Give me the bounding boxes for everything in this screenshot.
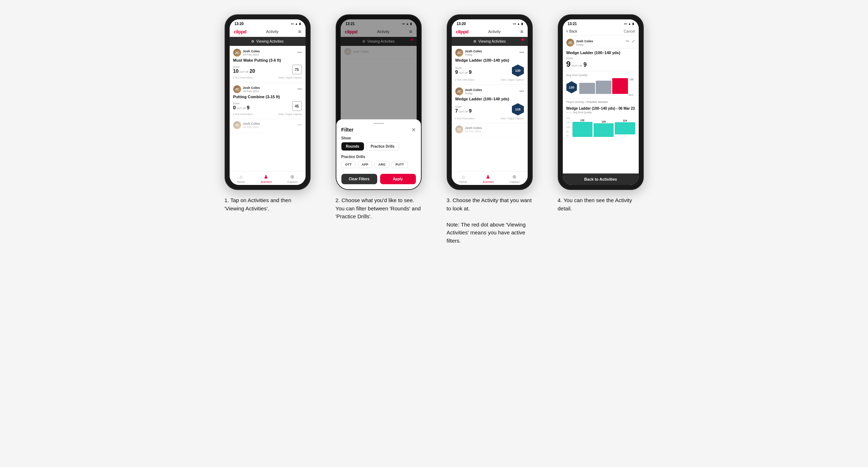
expand-icon-4[interactable]: ⤢ bbox=[632, 39, 635, 44]
drill-pill-ott[interactable]: OTT bbox=[341, 161, 356, 168]
bottom-nav-3: ⌂ Home ♟ Activities ⊕ Capture bbox=[452, 171, 528, 185]
pill-rounds[interactable]: Rounds bbox=[341, 142, 364, 151]
back-button-4[interactable]: < Back bbox=[566, 29, 577, 33]
phone-2-col: 13:21 ▪▪▪ ▲ ▮ clippd Activity ≡ ⚙ View bbox=[329, 14, 429, 221]
modal-actions: Clear Filters Apply bbox=[341, 174, 416, 184]
chart-bar-4c bbox=[612, 78, 628, 94]
banner-text-1: Viewing Activities bbox=[256, 39, 284, 43]
phone-4-col: 13:21 ▪▪▪ ▲ ▮ < Back Cancel JC bbox=[551, 14, 651, 213]
avatar-2: JC bbox=[233, 85, 241, 93]
modal-close-icon[interactable]: ✕ bbox=[412, 127, 416, 133]
drill-pill-app[interactable]: APP bbox=[358, 161, 373, 168]
caption-3: 3. Choose the Activity that you want to … bbox=[447, 196, 533, 245]
signal-icon-3: ▪▪▪ bbox=[513, 22, 516, 25]
battery-icon-4: ▮ bbox=[632, 22, 634, 25]
menu-icon-1[interactable]: ≡ bbox=[298, 29, 301, 34]
chart-section-4: Avg Shot Quality 130 130 APP bbox=[563, 71, 639, 99]
activity-card-1[interactable]: JC Josh Coles 28 Feb 2023 ••• Must Make … bbox=[230, 46, 306, 82]
detail-header-4: < Back Cancel bbox=[563, 27, 639, 36]
time-4: 13:21 bbox=[568, 22, 577, 26]
phone-2-inner: 13:21 ▪▪▪ ▲ ▮ clippd Activity ≡ ⚙ View bbox=[341, 19, 417, 185]
signal-icon-4: ▪▪▪ bbox=[624, 22, 627, 25]
activity-card-3: JC Josh Coles 28 Feb 2023 ••• bbox=[230, 119, 306, 133]
modal-handle bbox=[373, 123, 384, 124]
phones-row: 13:20 ▪▪▪ ▲ ▮ clippd Activity ≡ ⚙ View bbox=[217, 14, 651, 245]
nav-title-3: Activity bbox=[488, 29, 501, 34]
cancel-button-4[interactable]: Cancel bbox=[624, 29, 635, 33]
phone-4-inner: 13:21 ▪▪▪ ▲ ▮ < Back Cancel JC bbox=[563, 19, 639, 185]
chart-bar-4b bbox=[596, 81, 612, 94]
avatar-3a: JC bbox=[455, 49, 463, 57]
activity-card-2[interactable]: JC Josh Coles 28 Feb 2023 ••• Putting Co… bbox=[230, 82, 306, 119]
hex-badge-4: 130 bbox=[566, 81, 577, 94]
practice-session-label-4: Player Activity • Practice Session bbox=[563, 99, 639, 105]
wifi-icon: ▲ bbox=[295, 22, 298, 25]
sq-hex-3a: 130 bbox=[512, 65, 524, 77]
stats-row-2: Score 0 OUT OF 9 45 bbox=[233, 101, 302, 111]
filter-pills: Rounds Practice Drills bbox=[341, 142, 416, 151]
detail-user-name-4: Josh Coles bbox=[576, 39, 593, 43]
more-dots-1[interactable]: ••• bbox=[297, 50, 302, 55]
clear-filters-button[interactable]: Clear Filters bbox=[341, 174, 377, 184]
activity-section-title-4: Wedge Ladder (100–140 yds) - 06 Mar 23 bbox=[563, 105, 639, 111]
sq-badge-1: 75 bbox=[292, 65, 302, 75]
nav-activities-1[interactable]: ♟ Activities bbox=[260, 174, 272, 184]
pill-practice-drills[interactable]: Practice Drills bbox=[366, 142, 399, 151]
stat-score-2: Score 0 OUT OF 9 bbox=[233, 102, 250, 110]
avatar-4: JC bbox=[566, 39, 574, 47]
scroll-area-1: JC Josh Coles 28 Feb 2023 ••• Must Make … bbox=[230, 46, 306, 171]
nav-home-1[interactable]: ⌂ Home bbox=[237, 174, 245, 184]
nav-activities-3[interactable]: ♟ Activities bbox=[483, 174, 494, 184]
back-to-activities-button-4[interactable]: Back to Activities bbox=[563, 173, 639, 185]
drill-pill-arg[interactable]: ARG bbox=[374, 161, 389, 168]
nav-capture-3[interactable]: ⊕ Capture bbox=[509, 174, 519, 184]
avatar-3b: JC bbox=[455, 87, 463, 95]
activities-label-1: Activities bbox=[260, 180, 272, 184]
caption-2: 2. Choose what you'd like to see. You ca… bbox=[336, 196, 422, 221]
modal-header: Filter ✕ bbox=[341, 127, 416, 133]
home-icon-3: ⌂ bbox=[462, 174, 465, 180]
card-header-2: JC Josh Coles 28 Feb 2023 ••• bbox=[233, 85, 302, 93]
stats-row-1: Score 10 OUT OF 20 75 bbox=[233, 65, 302, 75]
activities-icon-1: ♟ bbox=[264, 174, 268, 180]
menu-icon-3[interactable]: ≡ bbox=[520, 29, 523, 34]
detail-user-date-4: Today bbox=[576, 43, 593, 46]
edit-icon-4[interactable]: ✏ bbox=[626, 39, 629, 44]
detail-score-4: 9 bbox=[566, 59, 571, 69]
battery-icon: ▮ bbox=[299, 22, 301, 25]
activity-banner-1[interactable]: ⚙ Viewing Activities bbox=[230, 37, 306, 46]
scroll-area-3: JC Josh Coles Today ••• Wedge Ladder (10… bbox=[452, 46, 528, 171]
nav-home-3[interactable]: ⌂ Home bbox=[459, 174, 467, 184]
nav-capture-1[interactable]: ⊕ Capture bbox=[287, 174, 297, 184]
user-name-3a: Josh Coles bbox=[465, 49, 482, 53]
filter-drills-label: Practice Drills bbox=[341, 155, 416, 159]
phone-3-col: 13:20 ▪▪▪ ▲ ▮ clippd Activity ≡ ⚙ View bbox=[440, 14, 540, 245]
stat-score-1: Score 10 OUT OF 20 bbox=[233, 66, 255, 74]
filter-modal-sheet: Filter ✕ Show Rounds Practice Drills Pra… bbox=[341, 119, 417, 185]
logo-3: clippd bbox=[456, 29, 469, 34]
signal-icon: ▪▪▪ bbox=[291, 22, 294, 25]
activity-card-3b[interactable]: JC Josh Coles Today ••• Wedge Ladder (10… bbox=[452, 85, 528, 123]
bottom-nav-1: ⌂ Home ♟ Activities ⊕ Capture bbox=[230, 171, 306, 185]
activity-card-3a[interactable]: JC Josh Coles Today ••• Wedge Ladder (10… bbox=[452, 46, 528, 85]
phone-3: 13:20 ▪▪▪ ▲ ▮ clippd Activity ≡ ⚙ View bbox=[447, 14, 533, 190]
user-date-3b: Today bbox=[465, 92, 482, 95]
card-footer-2: ℹ Test Information Data: Clippd Capture bbox=[233, 113, 302, 116]
more-dots-2[interactable]: ••• bbox=[297, 87, 302, 92]
top-nav-3: clippd Activity ≡ bbox=[452, 27, 528, 37]
apply-button[interactable]: Apply bbox=[380, 174, 416, 184]
status-bar-4: 13:21 ▪▪▪ ▲ ▮ bbox=[563, 19, 639, 27]
modal-title: Filter bbox=[341, 127, 354, 133]
time-3: 13:20 bbox=[457, 22, 466, 26]
phone-1: 13:20 ▪▪▪ ▲ ▮ clippd Activity ≡ ⚙ View bbox=[225, 14, 311, 190]
avatar-3: JC bbox=[233, 121, 241, 129]
status-icons-1: ▪▪▪ ▲ ▮ bbox=[291, 22, 300, 25]
activity-title-3a: Wedge Ladder (100–140 yds) bbox=[455, 58, 524, 62]
drill-pill-putt[interactable]: PUTT bbox=[392, 161, 408, 168]
chart-bar-4 bbox=[579, 83, 595, 94]
phone-1-col: 13:20 ▪▪▪ ▲ ▮ clippd Activity ≡ ⚙ View bbox=[217, 14, 318, 213]
status-icons-3: ▪▪▪ ▲ ▮ bbox=[513, 22, 522, 25]
detail-activity-title-4: Wedge Ladder (100–140 yds) bbox=[566, 51, 635, 55]
activity-banner-3[interactable]: ⚙ Viewing Activities bbox=[452, 37, 528, 46]
capture-icon-1: ⊕ bbox=[290, 174, 294, 180]
